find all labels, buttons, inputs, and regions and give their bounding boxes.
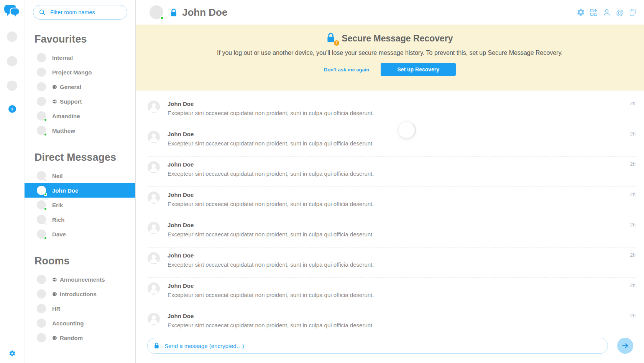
- sidebar-item-general[interactable]: General: [25, 79, 135, 94]
- sender-avatar-icon: [148, 282, 160, 295]
- room-name: Erik: [52, 202, 63, 208]
- avatar: [37, 68, 46, 77]
- avatar: [37, 53, 46, 62]
- section-title-favourites: Favourites: [34, 33, 135, 45]
- room-name: Introductions: [60, 291, 97, 297]
- chat-panel: John Doe @ ! Secure Message Recovery If …: [136, 0, 644, 363]
- sidebar-item-dave[interactable]: Dave: [25, 227, 135, 241]
- sidebar-item-hr[interactable]: HR: [25, 301, 135, 316]
- room-filter-input[interactable]: [33, 5, 127, 20]
- sender-name: John Doe: [168, 130, 636, 137]
- room-name: Project Mango: [52, 69, 92, 76]
- room-name: Announcements: [60, 276, 105, 283]
- sidebar-item-rich[interactable]: Rich: [25, 212, 135, 227]
- sidebar-item-random[interactable]: Random: [25, 330, 135, 345]
- sidebar-item-erik[interactable]: Erik: [25, 198, 135, 212]
- presence-online-dot: [44, 118, 47, 122]
- sidebar-item-support[interactable]: Support: [25, 94, 135, 109]
- message-timestamp: 2h: [630, 131, 636, 137]
- sidebar-item-internal[interactable]: Internal: [25, 50, 135, 65]
- chat-header: John Doe @: [136, 0, 644, 25]
- message-text: Excepteur sint occaecat cupidatat non pr…: [168, 261, 636, 268]
- avatar: [37, 275, 46, 284]
- settings-icon[interactable]: [577, 8, 585, 16]
- members-icon[interactable]: [603, 8, 611, 16]
- message-text: Excepteur sint occaecat cupidatat non pr…: [168, 201, 636, 207]
- room-name: General: [60, 84, 81, 90]
- room-name: Support: [60, 98, 82, 105]
- sender-avatar-icon: [148, 191, 160, 204]
- room-name: Rich: [52, 216, 65, 223]
- message-timestamp: 2h: [630, 161, 636, 167]
- message-row: John DoeExcepteur sint occaecat cupidata…: [148, 308, 636, 336]
- avatar: [37, 186, 46, 195]
- space-avatar[interactable]: [7, 81, 17, 91]
- public-room-globe-icon: [52, 335, 57, 340]
- sender-name: John Doe: [168, 251, 636, 259]
- files-icon[interactable]: [629, 8, 637, 16]
- public-room-globe-icon: [52, 292, 57, 297]
- message-timestamp: 2h: [630, 313, 636, 318]
- sender-avatar-icon: [148, 131, 160, 143]
- message-text: Excepteur sint occaecat cupidatat non pr…: [168, 322, 636, 328]
- message-input[interactable]: [147, 338, 608, 354]
- sidebar-item-amandine[interactable]: Amandine: [25, 109, 135, 123]
- sidebar-item-matthew[interactable]: Matthew: [25, 123, 135, 138]
- message-text: Excepteur sint occaecat cupidatat non pr…: [168, 292, 636, 298]
- room-name: Internal: [52, 54, 73, 61]
- section-title-direct-messages: Direct Messages: [34, 152, 135, 163]
- add-widget-icon[interactable]: [590, 8, 598, 16]
- room-name: Neil: [52, 173, 63, 179]
- room-actions: @: [577, 0, 637, 25]
- room-name: Accounting: [52, 320, 84, 327]
- message-row: John DoeExcepteur sint occaecat cupidata…: [148, 248, 636, 278]
- message-row: John DoeExcepteur sint occaecat cupidata…: [148, 126, 636, 157]
- mentions-icon[interactable]: @: [616, 8, 624, 16]
- sidebar-item-john-doe[interactable]: John Doe: [25, 183, 135, 198]
- avatar: [37, 126, 46, 135]
- sidebar-item-announcements[interactable]: Announcements: [25, 272, 135, 287]
- message-timeline: John DoeExcepteur sint occaecat cupidata…: [136, 91, 644, 336]
- sender-name: John Doe: [168, 282, 636, 289]
- sidebar-item-neil[interactable]: Neil: [25, 168, 135, 183]
- message-timestamp: 2h: [630, 282, 636, 288]
- sidebar-item-accounting[interactable]: Accounting: [25, 316, 135, 330]
- space-avatar[interactable]: [7, 56, 17, 66]
- banner-title: Secure Message Recovery: [342, 33, 453, 44]
- avatar: [37, 97, 46, 106]
- room-name: Matthew: [52, 127, 75, 134]
- message-timestamp: 2h: [630, 222, 636, 228]
- space-avatar[interactable]: [7, 31, 17, 42]
- composer-bar: [136, 338, 644, 363]
- public-room-globe-icon: [52, 277, 57, 282]
- presence-online-dot: [44, 133, 47, 136]
- encrypted-lock-icon: [154, 342, 159, 349]
- room-name: Dave: [52, 231, 66, 238]
- sidebar-item-introductions[interactable]: Introductions: [25, 287, 135, 301]
- sidebar-item-project-mango[interactable]: Project Mango: [25, 65, 135, 79]
- setup-recovery-button[interactable]: Set up Recovery: [381, 63, 456, 76]
- message-row: John DoeExcepteur sint occaecat cupidata…: [148, 157, 636, 187]
- message-text: Excepteur sint occaecat cupidatat non pr…: [168, 110, 636, 116]
- message-row: John DoeExcepteur sint occaecat cupidata…: [148, 187, 636, 217]
- add-space-button[interactable]: +: [8, 105, 16, 113]
- sender-name: John Doe: [168, 191, 636, 198]
- presence-offline-dot: [44, 222, 47, 225]
- message-row: John DoeExcepteur sint occaecat cupidata…: [148, 96, 636, 126]
- message-timestamp: 2h: [630, 191, 636, 197]
- secure-recovery-banner: ! Secure Message Recovery If you log out…: [136, 25, 644, 91]
- avatar: [37, 289, 46, 299]
- settings-gear-icon[interactable]: [9, 350, 16, 357]
- public-room-globe-icon: [52, 99, 57, 104]
- avatar: [37, 304, 46, 313]
- warning-lock-icon: !: [327, 32, 337, 45]
- presence-online-dot: [160, 16, 164, 20]
- presence-online-dot: [44, 193, 47, 196]
- presence-offline-dot: [44, 178, 47, 182]
- sender-avatar-icon: [148, 222, 160, 234]
- dismiss-link[interactable]: Don’t ask me again: [324, 67, 369, 73]
- sender-name: John Doe: [168, 160, 636, 168]
- send-button[interactable]: [617, 338, 633, 354]
- message-text: Excepteur sint occaecat cupidatat non pr…: [168, 170, 636, 177]
- presence-online-dot: [44, 236, 47, 240]
